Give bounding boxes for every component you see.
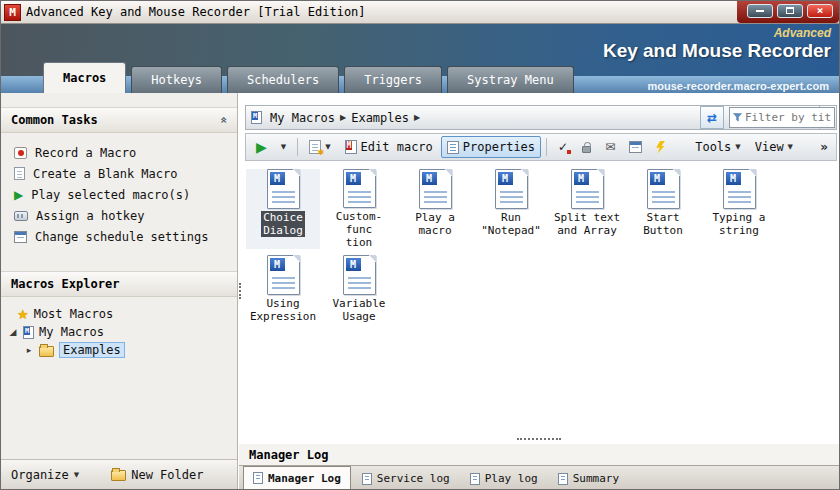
tools-button[interactable]: Tools ▼ [689,136,747,158]
schedule-icon [14,231,27,243]
filter-input[interactable] [745,111,831,124]
macro-doc-icon [647,169,680,209]
macro-item-using-expression[interactable]: Using Expression [246,255,320,335]
macro-item-play-a-macro[interactable]: Play a macro [398,169,472,249]
tree-label: My Macros [39,325,104,339]
check-icon: ✓ [558,140,568,154]
log-tab-manager[interactable]: Manager Log [243,466,351,489]
app-logo-icon: M [4,4,21,21]
tab-triggers[interactable]: Triggers [344,66,442,93]
minimize-button[interactable] [747,4,773,18]
macro-label: Using Expression [248,297,318,323]
close-icon: × [817,6,824,16]
tree-item-examples[interactable]: ▸ Examples [1,341,237,359]
common-tasks-header[interactable]: Common Tasks « [1,107,237,133]
tab-systray-menu[interactable]: Systray Menu [447,66,574,93]
macro-item-run-notepad[interactable]: Run "Notepad" [474,169,548,249]
sidebar-footer: Organize ▼ New Folder [1,459,237,489]
play-button[interactable]: ▶ [250,136,273,158]
play-log-icon [470,473,480,485]
brand: Advanced Key and Mouse Recorder [603,26,831,62]
refresh-button[interactable]: ⇄ [700,106,724,129]
toolbar-separator [546,138,547,156]
macro-label: Start Button [641,211,685,237]
breadcrumb-arrow-icon[interactable]: ▶ [337,113,349,122]
organize-dropdown-icon[interactable]: ▼ [74,471,79,479]
macro-item-custom-function[interactable]: Custom-func tion [322,169,396,249]
tree-item-most-macros[interactable]: ★ Most Macros [1,305,237,323]
macro-item-variable-usage[interactable]: Variable Usage [322,255,396,335]
macro-label: Choice Dialog [261,211,305,237]
lock-button[interactable] [576,136,597,158]
refresh-icon: ⇄ [707,111,717,125]
tab-macros[interactable]: Macros [43,62,126,93]
play-icon: ▶ [14,189,23,201]
new-folder-button[interactable]: New Folder [131,468,203,482]
task-play-selected[interactable]: ▶ Play selected macro(s) [1,184,237,205]
macros-explorer-tree: ★ Most Macros ◢ My Macros ▸ Examples [1,297,237,359]
maximize-icon [786,7,794,14]
edit-macro-label: Edit macro [361,140,433,154]
macro-doc-icon [571,169,604,209]
log-header-title: Manager Log [249,448,328,462]
task-create-blank-macro[interactable]: Create a Blank Macro [1,163,237,184]
view-button[interactable]: View ▼ [749,136,799,158]
macro-item-choice-dialog[interactable]: Choice Dialog [246,169,320,249]
macro-item-split-text-and-array[interactable]: Split text and Array [550,169,624,249]
close-button[interactable]: × [807,4,833,18]
macro-item-typing-a-string[interactable]: Typing a string [702,169,776,249]
common-tasks-list: Record a Macro Create a Blank Macro ▶ Pl… [1,133,237,257]
macro-label: Typing a string [711,211,768,237]
blank-macro-icon [14,167,25,180]
tools-label: Tools [695,140,731,154]
filter-box [729,107,835,128]
macro-doc-icon [343,169,376,208]
expand-open-icon[interactable]: ◢ [8,327,18,337]
tab-schedulers[interactable]: Schedulers [227,66,339,93]
macro-label: Split text and Array [552,211,622,237]
log-tab-label: Service log [377,472,450,485]
message-button[interactable]: ✉ [599,136,621,158]
brand-url[interactable]: mouse-recorder.macro-expert.com [647,80,829,92]
log-tab-play[interactable]: Play log [461,468,547,489]
properties-button[interactable]: Properties [441,136,541,158]
organize-button[interactable]: Organize [11,468,69,482]
new-macro-button[interactable]: ▼ [303,136,336,158]
properties-label: Properties [463,140,535,154]
calendar-icon [629,141,642,153]
lock-icon [582,146,591,153]
breadcrumb-examples[interactable]: Examples [349,111,411,125]
horizontal-splitter[interactable] [517,438,561,440]
vertical-splitter[interactable] [239,283,241,299]
edit-macro-icon [345,140,357,154]
macro-doc-icon [495,169,528,209]
trigger-button[interactable] [650,136,671,158]
sidebar: Common Tasks « Record a Macro Create a B… [1,93,238,489]
log-panel-header: Manager Log [239,444,839,465]
schedule-toolbar-button[interactable] [623,136,648,158]
toolbar-overflow-button[interactable]: » [816,140,832,154]
task-assign-hotkey[interactable]: Assign a hotkey [1,205,237,226]
play-dropdown-button[interactable]: ▼ [275,136,292,158]
breadcrumb-my-macros[interactable]: My Macros [268,111,337,125]
collapse-chevron-icon[interactable]: « [216,116,230,123]
macro-item-start-button[interactable]: Start Button [626,169,700,249]
macros-explorer-header[interactable]: Macros Explorer [1,271,237,297]
maximize-button[interactable] [777,4,803,18]
validate-button[interactable]: ✓ [552,136,574,158]
manager-log-icon [253,472,263,484]
title-bar: M Advanced Key and Mouse Recorder [Trial… [1,1,839,24]
log-tab-summary[interactable]: Summary [549,468,628,489]
breadcrumb-arrow-icon[interactable]: ▶ [411,113,423,122]
task-label: Assign a hotkey [36,209,144,223]
expand-closed-icon[interactable]: ▸ [24,345,34,355]
tree-item-my-macros[interactable]: ◢ My Macros [1,323,237,341]
task-record-macro[interactable]: Record a Macro [1,142,237,163]
tab-hotkeys[interactable]: Hotkeys [131,66,222,93]
edit-macro-button[interactable]: Edit macro [339,136,439,158]
log-tab-service[interactable]: Service log [353,468,459,489]
app-window: M Advanced Key and Mouse Recorder [Trial… [0,0,840,490]
mail-icon: ✉ [605,140,615,154]
log-tab-label: Play log [485,472,538,485]
task-change-schedule[interactable]: Change schedule settings [1,226,237,247]
